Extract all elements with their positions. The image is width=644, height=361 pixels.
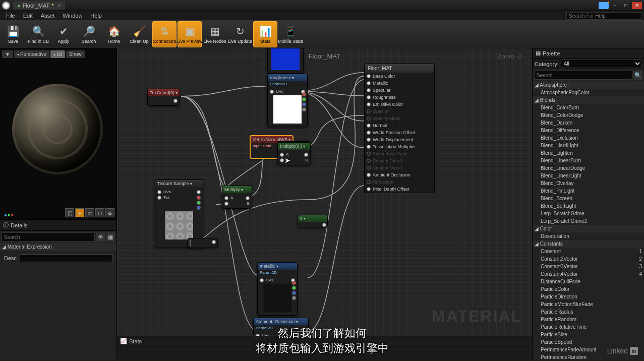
material-expression-header[interactable]: ◢ Material Expression: [0, 243, 116, 251]
output-pin-opacity-mask[interactable]: Opacity Mask: [365, 115, 434, 122]
palette-item-constant[interactable]: Constant1: [533, 248, 644, 255]
palette-search-icon[interactable]: 🔍: [633, 71, 642, 80]
node-texture-top[interactable]: [267, 48, 304, 74]
desc-input[interactable]: [20, 254, 112, 262]
shape-plane-button[interactable]: ▭: [85, 208, 94, 217]
viewport-show-button[interactable]: Show: [66, 50, 85, 58]
palette-group-color[interactable]: ◢ Color: [533, 225, 644, 232]
palette-item-blend_overlay[interactable]: Blend_Overlay: [533, 179, 644, 187]
node-texcoord[interactable]: TexCoord[0]: [147, 89, 180, 106]
preview-viewport[interactable]: ▼ Perspective Lit Show ▲▸◂ ◫ ● ▭ ◻ ⬙: [0, 48, 116, 220]
palette-list[interactable]: ◢ AtmosphereAtmosphericFogColor◢ BlendsB…: [533, 81, 644, 361]
palette-item-particlerandom[interactable]: ParticleRandom: [533, 316, 644, 323]
palette-search-input[interactable]: [534, 71, 632, 80]
close-button[interactable]: ✕: [632, 2, 642, 9]
menu-asset[interactable]: Asset: [37, 12, 59, 20]
tool-find-in-cb[interactable]: 🔍Find in CB: [26, 21, 50, 47]
palette-item-particledirection[interactable]: ParticleDirection: [533, 293, 644, 300]
output-pin-world-displacement[interactable]: World Displacement: [365, 136, 434, 143]
tool-connectors[interactable]: ⇅Connectors: [152, 21, 177, 47]
palette-item-particlemotionblurfade[interactable]: ParticleMotionBlurFade: [533, 300, 644, 308]
menu-file[interactable]: File: [2, 12, 19, 20]
palette-item-atmosphericfogcolor[interactable]: AtmosphericFogColor: [533, 89, 644, 96]
palette-item-blend_lineardodge[interactable]: Blend_LinearDodge: [533, 164, 644, 172]
node-metallic[interactable]: metallic Param2D UVs: [257, 262, 298, 316]
details-panel-header[interactable]: ⓘ Details: [0, 220, 116, 231]
palette-item-constant4vector[interactable]: Constant4Vector4: [533, 270, 644, 278]
palette-item-particleradius[interactable]: ParticleRadius: [533, 308, 644, 316]
menu-window[interactable]: Window: [58, 12, 86, 20]
material-graph[interactable]: Floor_MAT Zoom -2 MATERIAL Te: [117, 48, 532, 361]
shape-cube-button[interactable]: ◻: [95, 208, 104, 217]
palette-group-constants[interactable]: ◢ Constants: [533, 240, 644, 248]
palette-item-blend_hardlight[interactable]: Blend_HardLight: [533, 142, 644, 149]
palette-item-particlesize[interactable]: ParticleSize: [533, 331, 644, 338]
palette-item-blend_linearburn[interactable]: Blend_LinearBurn: [533, 157, 644, 164]
tool-home[interactable]: 🏠Home: [102, 21, 126, 47]
tool-live-nodes[interactable]: ▦Live Nodes: [203, 21, 227, 47]
output-pin-subsurface-color[interactable]: Subsurface Color: [365, 150, 434, 157]
output-pin-emissive-color[interactable]: Emissive Color: [365, 101, 434, 108]
shape-mesh-button[interactable]: ⬙: [105, 208, 114, 217]
node-multiply-0[interactable]: Multiply(0,) A B: [277, 142, 311, 165]
output-pin-refraction[interactable]: Refraction: [365, 178, 434, 186]
menu-edit[interactable]: Edit: [19, 12, 37, 20]
palette-item-distancecullfade[interactable]: DistanceCullFade: [533, 278, 644, 285]
tab-close-icon[interactable]: ×: [58, 3, 61, 9]
palette-item-blend_linearlight[interactable]: Blend_LinearLight: [533, 172, 644, 179]
output-pin-custom-data-0[interactable]: Custom Data 0: [365, 157, 434, 164]
node-multiply-1[interactable]: Multiply A B: [222, 186, 252, 209]
details-options-icon[interactable]: ▦: [106, 232, 115, 242]
palette-item-blend_pinlight[interactable]: Blend_PinLight: [533, 187, 644, 195]
output-pin-metallic[interactable]: Metallic: [365, 80, 434, 87]
viewport-perspective-button[interactable]: Perspective: [14, 50, 49, 58]
output-pin-ambient-occlusion[interactable]: Ambient Occlusion: [365, 171, 434, 178]
palette-item-lerp_scratchgrime[interactable]: Lerp_ScratchGrime: [533, 210, 644, 217]
output-pin-pixel-depth-offset[interactable]: Pixel Depth Offset: [365, 186, 434, 193]
palette-group-atmosphere[interactable]: ◢ Atmosphere: [533, 81, 644, 89]
palette-item-blend_exclusion[interactable]: Blend_Exclusion: [533, 134, 644, 142]
output-pin-opacity[interactable]: Opacity: [365, 108, 434, 115]
palette-item-blend_lighten[interactable]: Blend_Lighten: [533, 149, 644, 157]
details-filter-icon[interactable]: 👁: [96, 232, 105, 242]
document-tab[interactable]: ● Floor_MAT* ×: [13, 2, 65, 10]
palette-item-constant2vector[interactable]: Constant2Vector2: [533, 255, 644, 263]
node-roughness[interactable]: roughness Param2D UVs: [267, 74, 308, 127]
tool-apply[interactable]: ✔Apply: [51, 21, 76, 47]
details-search-input[interactable]: [2, 232, 95, 242]
palette-item-lerp_scratchgrime2[interactable]: Lerp_ScratchGrime2: [533, 217, 644, 225]
palette-item-blend_difference[interactable]: Blend_Difference: [533, 127, 644, 134]
tool-live-preview[interactable]: ▣Live Preview: [178, 21, 202, 47]
shape-cylinder-button[interactable]: ◫: [65, 208, 74, 217]
notification-icon[interactable]: [599, 2, 609, 9]
maximize-button[interactable]: □: [621, 2, 631, 9]
tool-clean-up[interactable]: 🧹Clean Up: [127, 21, 151, 47]
palette-group-blends[interactable]: ◢ Blends: [533, 96, 644, 104]
palette-item-particlespeed[interactable]: ParticleSpeed: [533, 338, 644, 346]
output-node[interactable]: Floor_MAT Base ColorMetallicSpecularRoug…: [364, 64, 435, 193]
output-pin-tessellation-multiplier[interactable]: Tessellation Multiplier: [365, 143, 434, 150]
output-pin-custom-data-1[interactable]: Custom Data 1: [365, 164, 434, 171]
output-pin-normal[interactable]: Normal: [365, 122, 434, 129]
menu-help[interactable]: Help: [86, 12, 106, 20]
output-pin-specular[interactable]: Specular: [365, 87, 434, 94]
node-const-0[interactable]: 0 ▾: [298, 215, 328, 227]
palette-item-blend_darken[interactable]: Blend_Darken: [533, 119, 644, 127]
tool-live-update[interactable]: ↻Live Update: [228, 21, 252, 47]
palette-item-blend_screen[interactable]: Blend_Screen: [533, 195, 644, 202]
palette-item-desaturation[interactable]: Desaturation: [533, 232, 644, 240]
palette-item-particlerelativetime[interactable]: ParticleRelativeTime: [533, 323, 644, 331]
tool-mobile-stats[interactable]: 📱Mobile Stats: [278, 21, 303, 47]
category-select[interactable]: All: [561, 59, 642, 68]
palette-item-blend_colordodge[interactable]: Blend_ColorDodge: [533, 111, 644, 119]
palette-item-blend_colorburn[interactable]: Blend_ColorBurn: [533, 104, 644, 111]
viewport-nav-button[interactable]: ▼: [2, 50, 13, 58]
tool-search[interactable]: 🔎Search: [77, 21, 101, 47]
pin-uvs[interactable]: [270, 90, 274, 94]
output-pin-roughness[interactable]: Roughness: [365, 94, 434, 101]
viewport-lit-button[interactable]: Lit: [50, 50, 65, 58]
palette-item-particlecolor[interactable]: ParticleColor: [533, 285, 644, 293]
tool-stats[interactable]: 📊Stats: [253, 21, 277, 47]
tool-save[interactable]: 💾Save: [1, 21, 25, 47]
shape-sphere-button[interactable]: ●: [75, 208, 84, 217]
